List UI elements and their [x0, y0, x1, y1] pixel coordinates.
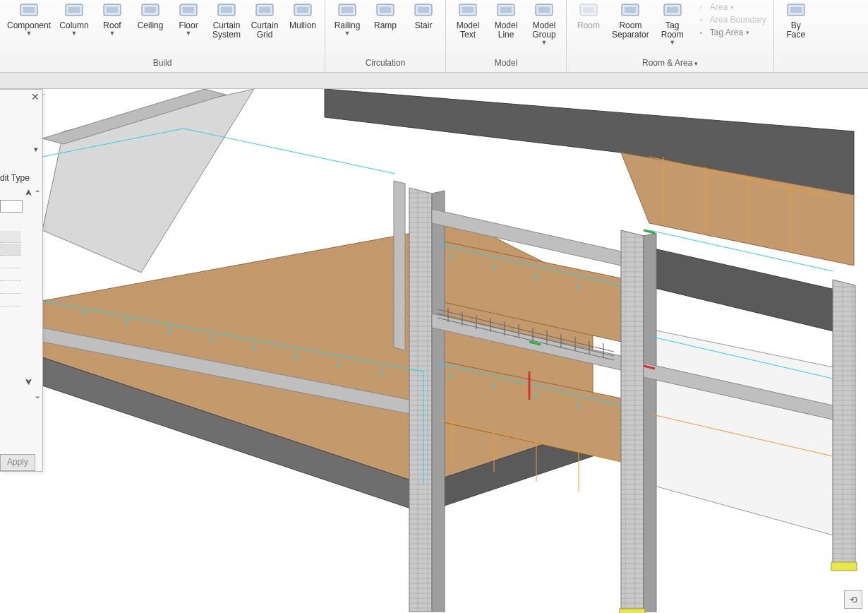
property-value-cell[interactable]: [0, 200, 23, 213]
panel-label: Circulation: [325, 55, 445, 71]
ramp-button[interactable]: Ramp: [366, 0, 404, 30]
model-text-icon: [456, 1, 480, 20]
chevron-down-icon: ▼: [26, 30, 32, 37]
svg-marker-53: [833, 280, 855, 569]
tool-label: ModelGroup: [532, 21, 555, 40]
svg-marker-49: [409, 188, 432, 612]
property-row: [0, 294, 21, 306]
model-line-button[interactable]: ModelLine: [487, 0, 525, 40]
svg-rect-19: [380, 7, 391, 13]
ribbon-panel: ByFace: [774, 0, 818, 72]
chevron-down-icon: ▾: [746, 29, 749, 36]
tool-label: Ceiling: [138, 21, 164, 30]
edit-type-button[interactable]: dit Type: [0, 173, 30, 183]
tool-label: CurtainGrid: [251, 21, 279, 40]
tag-area-button[interactable]: ▫Tag Area ▾: [696, 27, 766, 38]
ceiling-button[interactable]: Ceiling: [131, 0, 169, 30]
svg-rect-21: [418, 7, 429, 13]
ribbon-panel: ModelTextModelLineModelGroup▼Model: [446, 0, 567, 72]
svg-rect-31: [625, 7, 636, 13]
room-sep-button[interactable]: RoomSeparator: [608, 0, 653, 40]
svg-marker-48: [649, 329, 854, 541]
tag-room-button[interactable]: TagRoom▼: [653, 0, 692, 46]
floor-button[interactable]: Floor▼: [169, 0, 207, 37]
svg-line-87: [644, 230, 655, 233]
tool-label: ModelLine: [495, 21, 518, 40]
property-row: [0, 244, 21, 256]
area-icon: ▫: [696, 1, 707, 13]
column-icon: [62, 1, 86, 20]
model-canvas[interactable]: [42, 89, 868, 613]
svg-rect-27: [538, 7, 550, 13]
ribbon-panel: Railing▼RampStairCirculation: [325, 0, 446, 72]
mullion-button[interactable]: Mullion: [284, 0, 322, 30]
svg-marker-58: [394, 181, 405, 350]
svg-marker-51: [621, 230, 644, 612]
area-boundary-button: ▫Area Boundary: [696, 14, 766, 25]
chevron-down-icon: ▼: [669, 39, 675, 46]
tool-label: Room: [577, 21, 600, 30]
curtain-system-button[interactable]: CurtainSystem: [207, 0, 246, 40]
apply-button[interactable]: Apply: [0, 454, 35, 471]
model-text-button[interactable]: ModelText: [449, 0, 487, 40]
tag-room-icon: [661, 1, 685, 20]
panel-label: Build: [0, 55, 325, 71]
properties-panel: ✕ ▾ dit Type ⮝ ⌃ ⮟ ⌄ Apply: [0, 89, 43, 472]
tool-label: RoomSeparator: [612, 21, 649, 40]
room-button: Room: [569, 0, 608, 30]
curtain-system-icon: [215, 1, 239, 20]
area-button: ▫Area ▾: [696, 1, 766, 13]
panel-label: Room & Area ▾: [567, 55, 773, 71]
column-button[interactable]: Column▼: [55, 0, 93, 37]
chevron-down-icon: ▾: [730, 4, 734, 11]
stair-button[interactable]: Stair: [404, 0, 442, 30]
svg-rect-33: [667, 7, 678, 13]
svg-rect-5: [107, 7, 118, 13]
svg-rect-9: [183, 7, 194, 13]
svg-rect-7: [145, 7, 156, 13]
chevron-down-icon: ▼: [541, 39, 548, 46]
model-line-icon: [494, 1, 518, 20]
svg-rect-15: [297, 7, 308, 13]
tool-label: Area: [710, 2, 728, 12]
roof-button[interactable]: Roof▼: [93, 0, 131, 37]
tool-label: Tag Area: [710, 28, 743, 37]
ceiling-icon: [138, 1, 162, 20]
svg-rect-54: [831, 562, 857, 571]
chevron-down-icon: ▼: [71, 30, 78, 37]
model-group-button[interactable]: ModelGroup▼: [525, 0, 563, 46]
svg-rect-25: [500, 7, 512, 13]
svg-rect-13: [259, 7, 270, 13]
curtain-grid-button[interactable]: CurtainGrid: [246, 0, 284, 40]
svg-rect-29: [583, 7, 594, 13]
property-row: [0, 282, 21, 294]
svg-rect-55: [620, 609, 645, 613]
curtain-grid-icon: [253, 1, 277, 20]
property-row: [0, 269, 21, 281]
stair-icon: [411, 1, 435, 20]
view-control-icon[interactable]: ⟲: [844, 590, 862, 609]
close-icon[interactable]: ✕: [31, 91, 40, 102]
ribbon-panel: Component▼Column▼Roof▼CeilingFloor▼Curta…: [0, 0, 325, 72]
svg-marker-43: [325, 89, 854, 195]
chevron-down-icon: ▼: [186, 30, 192, 37]
floor-icon: [176, 1, 200, 20]
svg-rect-23: [462, 7, 474, 13]
tool-label: ByFace: [786, 21, 805, 40]
svg-marker-52: [644, 233, 656, 612]
railing-button[interactable]: Railing▼: [328, 0, 366, 37]
svg-rect-35: [790, 7, 802, 13]
tag-area-icon: ▫: [696, 27, 707, 38]
roof-icon: [100, 1, 124, 20]
component-icon: [17, 1, 41, 20]
svg-marker-50: [432, 191, 445, 612]
by-face-button[interactable]: ByFace: [777, 0, 815, 40]
component-button[interactable]: Component▼: [3, 0, 55, 37]
viewport-3d[interactable]: ✕ ▾ dit Type ⮝ ⌃ ⮟ ⌄ Apply ⟲: [0, 89, 868, 613]
svg-rect-1: [23, 7, 35, 13]
railing-icon: [335, 1, 359, 20]
tool-label: CurtainSystem: [212, 21, 241, 40]
ribbon-panel: RoomRoomSeparatorTagRoom▼▫Area ▾▫Area Bo…: [567, 0, 774, 72]
panel-label: Model: [446, 55, 566, 71]
panel-label: [774, 55, 818, 71]
